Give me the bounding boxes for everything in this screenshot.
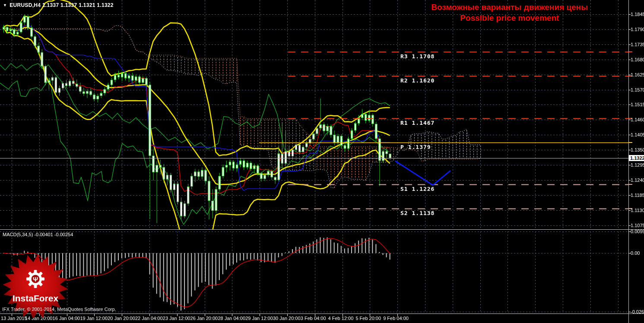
triangle-down-icon: ▼ [3, 3, 7, 7]
price-tick-label: 1.1240 [631, 177, 644, 183]
time-tick-label: 3 Feb 04:00 [301, 316, 326, 321]
price-tick-label: 1.1570 [631, 87, 644, 92]
svg-text:Ψ: Ψ [33, 276, 38, 283]
macd-indicator-label: MACD(5,34,5) -0.00401 -0.00254 [3, 232, 73, 237]
pivot-label-r3: R3 1.1708 [400, 53, 435, 60]
price-tick-label: 1.1625 [631, 72, 644, 77]
symbol-ohlc-text: EURUSD,H4 1.1337 1.1337 1.1321 1.1322 [10, 2, 114, 8]
time-tick-label: 29 Jan 12:00 [245, 316, 273, 321]
pivot-label-s2: S2 1.1138 [400, 210, 435, 216]
chart-canvas[interactable] [0, 0, 644, 323]
time-tick-label: 20 Jan 20:00 [108, 316, 135, 321]
price-tick-label: 1.1405 [631, 132, 644, 137]
macd-tick-label: 0.00995 [631, 229, 644, 234]
annotation-line-ru: Возможные варианты движения цены [402, 2, 618, 13]
macd-tick-label: -0.02677 [631, 309, 644, 314]
annotation: Возможные варианты движения цены Possibl… [402, 2, 618, 23]
time-tick-label: 22 Jan 04:00 [135, 316, 163, 321]
price-tick-label: 1.1185 [631, 193, 644, 198]
price-tick-label: 1.1075 [631, 223, 644, 228]
time-tick-label: 30 Jan 20:00 [273, 316, 301, 321]
time-tick-label: 23 Jan 12:00 [163, 316, 190, 321]
copyright-text: IFX Trader, © 2001-2014, MetaQuotes Soft… [2, 307, 116, 312]
pivot-label-p: P 1.1379 [400, 144, 431, 150]
price-tick-label: 1.1295 [631, 162, 644, 168]
time-tick-label: 4 Feb 12:00 [328, 316, 354, 321]
chart-header: ▼ EURUSD,H4 1.1337 1.1337 1.1321 1.1322 [3, 2, 114, 8]
price-tick-label: 1.1130 [631, 208, 644, 213]
price-tick-label: 1.1460 [631, 117, 644, 122]
instaforex-logo-text: InstaForex [13, 293, 59, 303]
price-tick-label: 1.1680 [631, 57, 644, 62]
price-tick-label: 1.1845 [631, 12, 644, 17]
pivot-label-r2: R2 1.1620 [400, 77, 435, 84]
pivot-label-r1: R1 1.1467 [400, 120, 435, 126]
mt4-chart-window: ▼ EURUSD,H4 1.1337 1.1337 1.1321 1.1322 … [0, 0, 644, 323]
time-tick-label: 5 Feb 20:00 [355, 316, 381, 321]
macd-tick-label: 0.00 [631, 250, 640, 256]
time-tick-label: 28 Jan 04:00 [218, 316, 245, 321]
price-tick-label: 1.1350 [631, 147, 644, 152]
annotation-line-en: Possible price movement [402, 13, 618, 23]
price-tick-label: 1.1735 [631, 42, 644, 47]
pivot-label-s1: S1 1.1226 [400, 186, 435, 192]
price-tick-label: 1.1790 [631, 27, 644, 32]
time-tick-label: 9 Feb 04:00 [383, 316, 409, 321]
time-tick-label: 19 Jan 12:00 [80, 316, 108, 321]
instaforex-gear-icon: Ψ [26, 270, 44, 288]
price-tick-label: 1.1515 [631, 102, 644, 107]
current-price-badge: 1.1322 [629, 155, 644, 161]
time-tick-label: 26 Jan 20:00 [190, 316, 218, 321]
